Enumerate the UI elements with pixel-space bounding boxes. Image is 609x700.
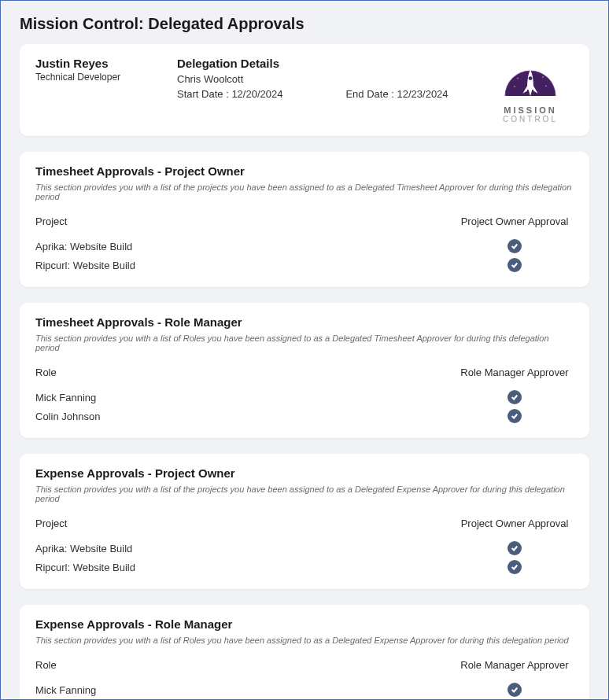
row-name: Colin Johnson [35,411,100,422]
timesheet-role-manager-card: Timesheet Approvals - Role Manager This … [20,303,589,438]
table-head: Role Role Manager Approver [35,659,574,671]
delegation-heading: Delegation Details [177,57,463,70]
logo-text-control: CONTROL [503,115,558,123]
timesheet-project-owner-card: Timesheet Approvals - Project Owner This… [20,152,589,287]
row-approval [456,390,574,404]
start-date: Start Date : 12/20/2024 [177,88,282,100]
table-row: Mick Fanning [35,388,574,407]
date-row: Start Date : 12/20/2024 End Date : 12/23… [177,88,463,100]
expense-project-owner-card: Expense Approvals - Project Owner This s… [20,454,589,589]
row-name: Ripcurl: Website Build [35,260,135,271]
section-title: Timesheet Approvals - Project Owner [35,164,574,178]
table-row: Colin Johnson [35,407,574,426]
section-desc: This section provides you with a list of… [35,333,574,352]
section-desc: This section provides you with a list of… [35,182,574,201]
row-approval [456,409,574,423]
table-row: Aprika: Website Build [35,539,574,558]
logo-text-mission: MISSION [504,105,556,115]
check-icon [507,409,522,423]
check-icon [507,258,522,272]
end-date: End Date : 12/23/2024 [345,88,448,100]
check-icon [507,683,522,697]
row-approval [456,560,574,574]
row-approval [456,239,574,253]
section-desc: This section provides you with a list of… [35,636,574,645]
header-card: Justin Reyes Technical Developer Delegat… [20,44,589,136]
check-icon [507,560,522,574]
col-role: Role [35,367,57,378]
check-icon [507,541,522,555]
user-title: Technical Developer [35,72,153,83]
section-title: Expense Approvals - Project Owner [35,466,574,480]
row-name: Aprika: Website Build [35,241,132,252]
row-name: Mick Fanning [35,392,96,403]
table-head: Project Project Owner Approval [35,518,574,529]
row-name: Mick Fanning [35,684,96,696]
table-head: Project Project Owner Approval [35,216,574,227]
row-approval [456,258,574,272]
mission-control-logo: MISSION CONTROL [487,57,574,123]
expense-role-manager-card: Expense Approvals - Role Manager This se… [20,605,589,700]
table-row: Ripcurl: Website Build [35,256,574,274]
user-column: Justin Reyes Technical Developer [35,57,153,83]
user-name: Justin Reyes [35,57,153,70]
table-row: Ripcurl: Website Build [35,558,574,577]
table-head: Role Role Manager Approver [35,367,574,378]
logo-column: MISSION CONTROL [487,57,574,123]
svg-point-1 [517,78,519,79]
row-name: Ripcurl: Website Build [35,562,135,573]
check-icon [507,390,522,404]
col-approval: Project Owner Approval [456,518,574,529]
section-desc: This section provides you with a list of… [35,484,574,503]
col-approval: Project Owner Approval [456,216,574,227]
section-title: Expense Approvals - Role Manager [35,617,574,631]
col-approval: Role Manager Approver [456,367,574,378]
page-title: Mission Control: Delegated Approvals [20,15,589,33]
rocket-logo-icon [499,57,562,104]
delegation-column: Delegation Details Chris Woolcott Start … [177,57,463,100]
svg-point-2 [542,76,544,78]
row-approval [456,541,574,555]
col-project: Project [35,216,67,227]
row-name: Aprika: Website Build [35,543,132,554]
table-row: Mick Fanning [35,680,574,699]
col-project: Project [35,518,67,529]
table-row: Aprika: Website Build [35,237,574,256]
section-title: Timesheet Approvals - Role Manager [35,315,574,329]
delegate-name: Chris Woolcott [177,73,463,85]
svg-point-0 [529,76,533,80]
svg-point-4 [545,85,547,87]
svg-point-3 [514,86,515,87]
row-approval [456,683,574,697]
col-role: Role [35,659,57,671]
col-approval: Role Manager Approver [456,659,574,671]
check-icon [507,239,522,253]
